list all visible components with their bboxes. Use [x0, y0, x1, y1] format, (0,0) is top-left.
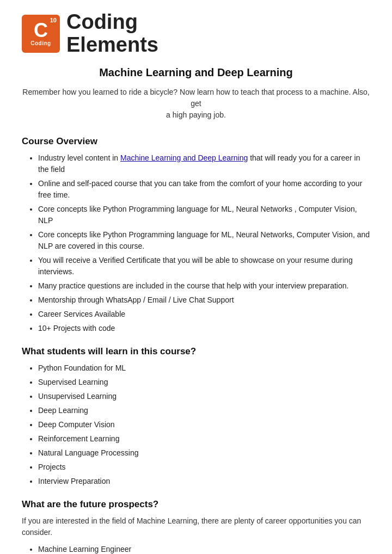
- brand-name-line2: Elements: [66, 33, 158, 56]
- students-learn-heading: What students will learn in this course?: [22, 346, 370, 357]
- list-item: Core concepts like Python Programming la…: [38, 204, 370, 226]
- future-prospects-section: What are the future prospects? If you ar…: [22, 499, 370, 554]
- page-title: Machine Learning and Deep Learning: [22, 66, 370, 79]
- students-learn-section: What students will learn in this course?…: [22, 346, 370, 487]
- course-overview-list: Industry level content in Machine Learni…: [22, 152, 370, 334]
- list-item: Python Foundation for ML: [38, 362, 370, 374]
- future-prospects-heading: What are the future prospects?: [22, 499, 370, 510]
- logo-box: 10 C Coding: [22, 15, 60, 53]
- brand-name-line1: Coding: [66, 10, 138, 33]
- list-item: 10+ Projects with code: [38, 323, 370, 334]
- course-overview-heading: Course Overview: [22, 136, 370, 147]
- course-overview-section: Course Overview Industry level content i…: [22, 136, 370, 334]
- list-item: Mentorship through WhatsApp / Email / Li…: [38, 294, 370, 306]
- prospects-list: Machine Learning Engineer Research Scien…: [22, 544, 370, 554]
- page-subtitle: Remember how you learned to ride a bicyc…: [22, 87, 370, 121]
- list-item: Projects: [38, 461, 370, 473]
- list-item: Natural Language Processing: [38, 447, 370, 459]
- list-item: Core concepts like Python Programming la…: [38, 229, 370, 252]
- list-item: Reinforcement Learning: [38, 433, 370, 445]
- list-item: You will receive a Verified Certificate …: [38, 255, 370, 278]
- students-learn-list: Python Foundation for ML Supervised Lear…: [22, 362, 370, 487]
- logo-number: 10: [50, 17, 57, 23]
- list-item: Unsupervised Learning: [38, 391, 370, 402]
- list-item: Career Services Available: [38, 309, 370, 320]
- list-item: Deep Computer Vision: [38, 419, 370, 430]
- ml-dl-link[interactable]: Machine Learning and Deep Learning: [120, 153, 248, 162]
- logo-letter: C: [34, 21, 48, 40]
- logo-subtext: Coding: [30, 40, 51, 46]
- list-item: Machine Learning Engineer: [38, 544, 370, 554]
- list-item: Supervised Learning: [38, 377, 370, 388]
- list-item: Industry level content in Machine Learni…: [38, 152, 370, 175]
- list-item: Online and self-paced course that you ca…: [38, 178, 370, 201]
- brand-name: Coding Elements: [66, 11, 158, 57]
- list-item: Deep Learning: [38, 405, 370, 416]
- prospects-intro: If you are interested in the field of Ma…: [22, 515, 370, 538]
- header: 10 C Coding Coding Elements: [22, 11, 370, 57]
- list-item: Interview Preparation: [38, 476, 370, 487]
- list-item: Many practice questions are included in …: [38, 280, 370, 292]
